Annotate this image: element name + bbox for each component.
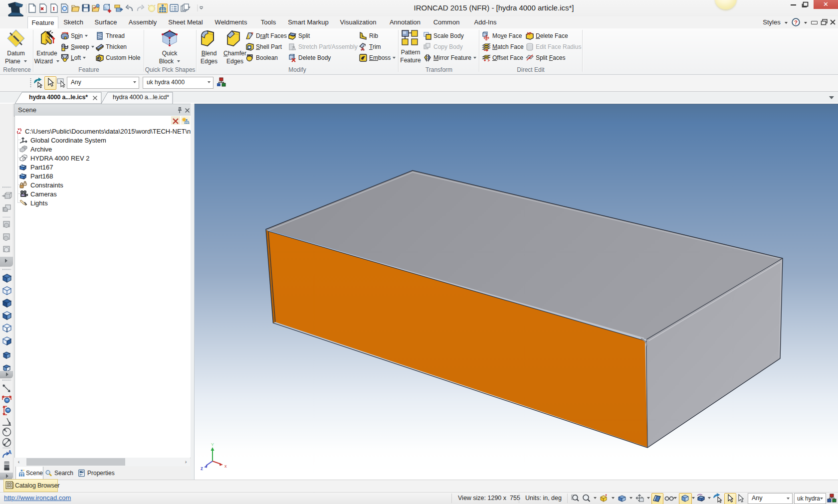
svg-text:z: z <box>201 466 203 471</box>
svg-text:?: ? <box>794 19 798 25</box>
svg-text:Y: Y <box>211 442 214 447</box>
svg-text:x: x <box>224 464 227 469</box>
svg-text:I: I <box>53 5 55 11</box>
svg-text:A: A <box>8 450 11 455</box>
